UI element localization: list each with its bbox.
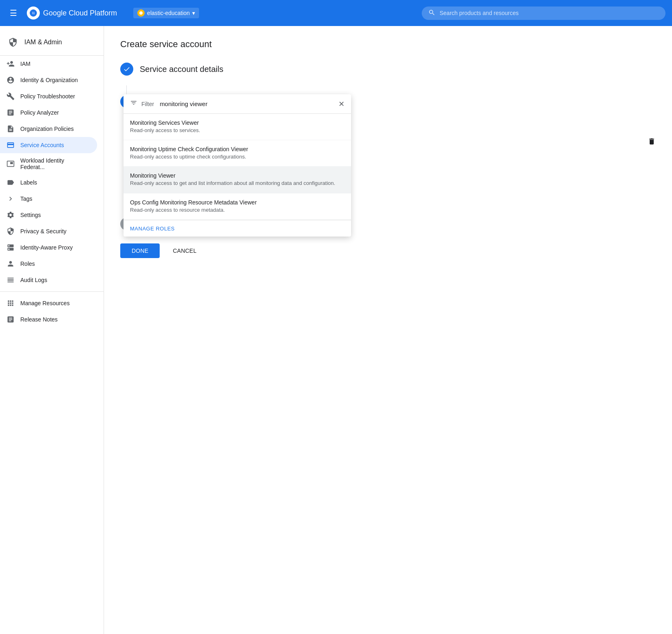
delete-role-icon[interactable] [648,137,656,148]
step-1-section: Service account details [120,63,656,76]
sidebar-item-policy-analyzer[interactable]: Policy Analyzer [0,104,97,121]
sidebar-settings-icon [7,211,15,219]
dropdown-item-2-desc: Read-only access to uptime check configu… [130,153,345,161]
sidebar-identity-org-icon [7,76,15,84]
page-title: Create service account [120,39,656,50]
filter-row: Filter ✕ [124,94,351,114]
dropdown-item-2[interactable]: Monitoring Uptime Check Configuration Vi… [124,140,351,167]
sidebar-iam-label: IAM [20,61,30,67]
app-title: Google Cloud Platform [43,9,117,17]
sidebar-item-iam[interactable]: IAM [0,56,97,72]
dropdown-item-1-desc: Read-only access to services. [130,127,345,134]
sidebar-policy-troubleshooter-label: Policy Troubleshooter [20,93,75,100]
sidebar-service-accounts-icon [7,141,15,149]
filter-input[interactable] [160,100,334,107]
sidebar-item-policy-troubleshooter[interactable]: Policy Troubleshooter [0,88,97,104]
done-button[interactable]: DONE [120,243,160,258]
cancel-button[interactable]: CANCEL [166,243,203,258]
manage-roles-link[interactable]: MANAGE ROLES [130,226,175,232]
sidebar-roles-icon [7,260,15,268]
sidebar-policy-analyzer-label: Policy Analyzer [20,109,59,116]
sidebar-item-roles[interactable]: Roles [0,256,97,272]
search-bar[interactable] [422,7,665,20]
close-icon[interactable]: ✕ [338,100,345,109]
filter-icon [130,99,137,109]
role-dropdown-popup: Filter ✕ Monitoring Services Viewer Read… [124,94,351,237]
sidebar-identity-proxy-icon [7,243,15,252]
top-header: ☰ Google Cloud Platform elastic-educatio… [0,0,672,26]
sidebar-tags-icon [7,195,15,203]
sidebar-bottom-items: Manage Resources Release Notes [0,295,104,328]
dropdown-item-3[interactable]: Monitoring Viewer Read-only access to ge… [124,167,351,193]
sidebar-privacy-security-icon [7,227,15,235]
sidebar-item-labels[interactable]: Labels [0,174,97,191]
sidebar-item-service-accounts[interactable]: Service Accounts [0,137,97,153]
sidebar: IAM & Admin IAM Identity & Organization … [0,26,104,634]
sidebar-item-settings[interactable]: Settings [0,207,97,223]
project-dot [137,9,145,17]
dropdown-item-4-title: Ops Config Monitoring Resource Metadata … [130,199,345,206]
sidebar-items: IAM Identity & Organization Policy Troub… [0,56,104,288]
sidebar-policy-troubleshooter-icon [7,92,15,100]
sidebar-item-tags[interactable]: Tags [0,191,97,207]
sidebar-identity-org-label: Identity & Organization [20,77,78,83]
sidebar-roles-label: Roles [20,261,35,267]
dropdown-item-1[interactable]: Monitoring Services Viewer Read-only acc… [124,114,351,140]
sidebar-audit-logs-label: Audit Logs [20,277,47,283]
menu-icon[interactable]: ☰ [7,5,20,21]
step-1-title: Service account details [140,65,223,74]
sidebar-manage-resources-label: Manage Resources [20,300,69,306]
sidebar-org-policies-label: Organization Policies [20,126,74,132]
header-logo: Google Cloud Platform [27,7,117,20]
project-dropdown-icon: ▾ [192,10,195,16]
sidebar-settings-label: Settings [20,212,41,218]
sidebar-release-notes-icon [7,315,15,324]
project-name: elastic-education [147,10,190,16]
sidebar-manage-resources-icon [7,299,15,307]
dropdown-item-1-title: Monitoring Services Viewer [130,119,345,126]
sidebar-iam-icon [7,60,15,68]
sidebar-bottom: Manage Resources Release Notes [0,291,104,328]
step-1-circle [120,63,133,76]
sidebar-item-identity-org[interactable]: Identity & Organization [0,72,97,88]
sidebar-item-manage-resources[interactable]: Manage Resources [0,295,97,311]
svg-point-1 [139,11,143,15]
sidebar-identity-proxy-label: Identity-Aware Proxy [20,244,73,251]
bottom-actions: DONE CANCEL [120,240,656,258]
sidebar-policy-analyzer-icon [7,109,15,117]
sidebar-title: IAM & Admin [24,39,62,46]
sidebar-item-audit-logs[interactable]: Audit Logs [0,272,97,288]
dropdown-item-4-desc: Read-only access to resource metadata. [130,206,345,214]
sidebar-header: IAM & Admin [0,29,104,56]
main-content: Create service account Service account d… [104,26,672,634]
sidebar-audit-logs-icon [7,276,15,284]
sidebar-tags-label: Tags [20,195,33,202]
dropdown-item-3-desc: Read-only access to get and list informa… [130,180,345,187]
iam-admin-icon [7,36,20,49]
dropdown-list: Monitoring Services Viewer Read-only acc… [124,114,351,220]
dropdown-item-4[interactable]: Ops Config Monitoring Resource Metadata … [124,193,351,220]
dropdown-item-2-title: Monitoring Uptime Check Configuration Vi… [130,146,345,152]
sidebar-item-release-notes[interactable]: Release Notes [0,311,97,328]
dropdown-footer: MANAGE ROLES [124,220,351,237]
search-input[interactable] [440,10,659,16]
sidebar-workload-identity-icon [7,160,15,168]
project-selector[interactable]: elastic-education ▾ [133,8,199,18]
app-layout: IAM & Admin IAM Identity & Organization … [0,26,672,634]
filter-label: Filter [141,101,154,107]
sidebar-labels-icon [7,178,15,187]
sidebar-org-policies-icon [7,125,15,133]
step-1-header: Service account details [120,63,656,76]
sidebar-item-org-policies[interactable]: Organization Policies [0,121,97,137]
sidebar-item-workload-identity[interactable]: Workload Identity Federat... [0,153,97,174]
sidebar-workload-identity-label: Workload Identity Federat... [20,157,87,170]
dropdown-item-3-title: Monitoring Viewer [130,172,345,179]
step-connector-1 [126,85,127,95]
sidebar-release-notes-label: Release Notes [20,316,58,323]
search-icon [428,9,436,17]
sidebar-item-privacy-security[interactable]: Privacy & Security [0,223,97,239]
sidebar-privacy-security-label: Privacy & Security [20,228,67,234]
gcp-logo-icon [27,7,40,20]
sidebar-service-accounts-label: Service Accounts [20,142,64,148]
sidebar-item-identity-proxy[interactable]: Identity-Aware Proxy [0,239,97,256]
